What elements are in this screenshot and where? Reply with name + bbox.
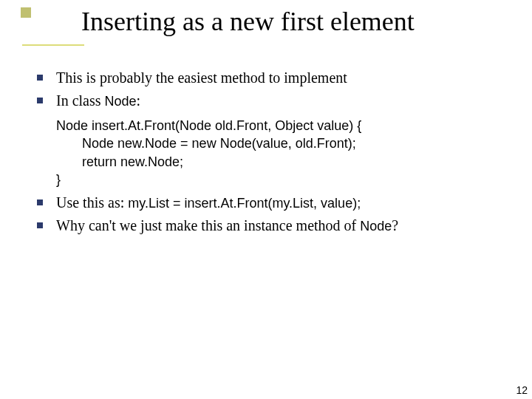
code-item: Node insert.At.Front(Node old.Front, Obj… [33,117,505,188]
page-title: Inserting as a new first element [81,7,415,37]
list-item: Why can't we just make this an instance … [33,216,505,236]
bullet-square-icon [37,222,43,228]
bullet-square-icon [37,200,43,205]
code-line: Node insert.At.Front(Node old.Front, Obj… [56,118,361,133]
bullet-text: ? [392,217,398,233]
inline-code: Node [105,94,137,109]
title-underline [22,44,84,46]
bullet-text: This is probably the easiest method to i… [56,69,347,86]
list-item: Use this as: my.List = insert.At.Front(m… [33,193,505,213]
code-line: Node new.Node = new Node(value, old.Fron… [56,136,356,151]
bullet-list: This is probably the easiest method to i… [33,68,505,236]
inline-code: my.List = insert.At.Front(my.List, value… [128,196,361,211]
accent-square-icon [21,7,31,18]
code-line: } [56,172,61,187]
slide: Inserting as a new first element This is… [0,0,532,399]
list-item: This is probably the easiest method to i… [33,68,505,88]
bullet-text: In class [56,92,105,109]
title-container: Inserting as a new first element [81,7,415,37]
code-line: return new.Node; [56,154,183,169]
bullet-text: Use this as: [56,194,128,211]
body: This is probably the easiest method to i… [33,68,505,239]
bullet-text: Why can't we just make this an instance … [56,217,360,233]
bullet-square-icon [37,98,43,103]
inline-code: Node [360,219,392,233]
list-item: In class Node: [33,91,505,111]
bullet-text: : [137,92,141,109]
page-number: 12 [516,384,528,396]
code-block: Node insert.At.Front(Node old.Front, Obj… [56,117,505,188]
bullet-square-icon [37,75,43,81]
